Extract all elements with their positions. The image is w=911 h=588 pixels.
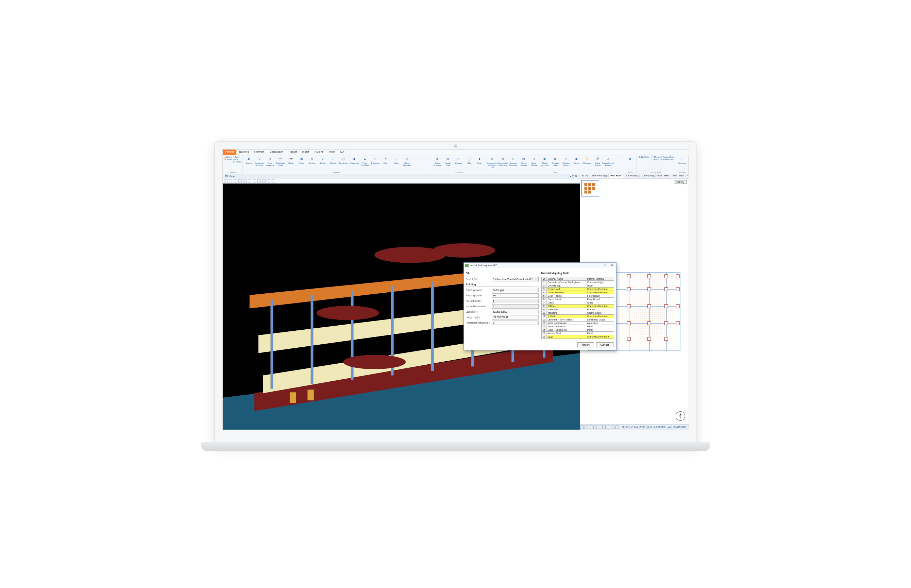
floor-thumbnail[interactable] [581,180,599,197]
menu-project[interactable]: Project [223,150,237,155]
material-row[interactable]: 8IfcDoorConcrete (Medium) [541,305,614,308]
subview-button[interactable]: ◫Subview [677,156,687,164]
ribbon-omni-antenna[interactable]: ◎Omni Antenna [265,156,275,166]
status-icon[interactable] [602,425,606,429]
cable-style[interactable]: Cable Style ▾ [638,156,650,160]
material-row[interactable]: 16Metal - SteelMetal [541,332,614,335]
select-tool[interactable]: ★ Select✋ Hand [224,156,232,163]
status-icon[interactable] [580,425,584,429]
ribbon-riser[interactable]: ▮Riser [475,156,484,166]
ribbon-source[interactable]: ◉Source [244,156,254,166]
ribbon-attenuator[interactable]: ▣Attenuator [350,156,359,166]
vt-btn[interactable] [229,179,232,183]
tab-tof-footing-2[interactable]: TOF Footing [640,174,655,178]
ribbon-measure[interactable]: 📏Measure [582,156,592,168]
copy-cut-paste[interactable]: ⎘ Copy✂ Cut📋 Paste [233,156,241,163]
ribbon-connection-assistant-lite[interactable]: ⚙Connection Assistant Lite [487,156,497,168]
menu-insert[interactable]: Insert [299,150,312,155]
material-row[interactable]: 14Metal - AluminumMetal [541,325,614,328]
vt-btn[interactable] [238,179,242,183]
ribbon-trunk-amplifier[interactable]: ▲Trunk Amplifier [360,156,370,166]
viewport-window-controls[interactable]: ▾ ◻ ✕ [570,174,578,179]
status-icon[interactable] [593,425,597,429]
ribbon-radiating-cable[interactable]: 〰Radiating Cable [276,156,285,166]
select-file-input[interactable] [492,277,532,281]
ribbon-cable[interactable]: ➖Cable [286,156,296,166]
vt-btn[interactable] [224,179,228,183]
status-icon[interactable] [607,425,610,429]
ref-height-input[interactable] [492,320,539,325]
vt-btn[interactable] [262,179,265,183]
ribbon-filter[interactable]: ▦Filter [297,156,306,166]
status-icon[interactable] [598,425,601,429]
status-icon[interactable] [584,425,588,429]
vt-btn[interactable] [257,179,261,183]
mat-header-internal[interactable]: Internal Material [586,277,614,281]
ribbon-match-azimuth[interactable]: ◧Match Azimuth [540,156,550,168]
ribbon-fiber[interactable]: ✦Fiber [381,156,391,166]
tab-b1f1[interactable]: B1_F1 [580,174,590,178]
material-row[interactable]: 6Door - PanelFloor Board [541,298,614,301]
tab-dropdown-icon[interactable]: ▾ [686,174,689,178]
dialog-close-icon[interactable]: ✕ [609,264,615,267]
vt-btn[interactable] [272,179,275,183]
ribbon-coupler[interactable]: ⋔Coupler [307,156,317,166]
ribbon-directional-antenna[interactable]: ▽Directional Antenna [255,156,264,166]
material-row[interactable]: 3Default WallConcrete (Medium) [541,288,614,291]
mirror-flip[interactable]: ▢ Mirror▢ Flip [652,156,659,160]
menu-qa[interactable]: QA [337,150,347,155]
ribbon-bridge[interactable]: ◫Bridge [328,156,338,166]
ribbon-misc[interactable]: ◇Misc [392,156,401,166]
ribbon-terminator[interactable]: ◯Terminator [339,156,349,166]
material-row[interactable]: 10IfcRailingCeiling Board [541,311,614,315]
dialog-titlebar[interactable]: Import Building from IFC □✕ [464,263,616,268]
material-row[interactable]: 12Laminate - Ivory, MatteLaminated Glass [541,318,614,321]
latitude-input[interactable] [492,310,539,314]
ribbon-connection-assistant[interactable]: ⚙Connection Assistant [498,156,507,168]
material-table[interactable]: ◢Material NameInternal Material 1Concret… [541,277,614,339]
material-row[interactable]: 2Counter TopWater [541,284,614,288]
vt-btn[interactable] [248,179,251,183]
building-button[interactable]: Building [674,180,686,184]
status-icon[interactable] [615,425,619,429]
ribbon-system-upgrade[interactable]: ↻System Upgrade [508,156,518,168]
material-row[interactable]: 1Concrete - Cast in Situ LightweConcrete… [541,281,614,284]
ribbon-elevator[interactable]: ▢Elevator [454,156,463,166]
ribbon-arrange-label[interactable]: ▦Arrange Label [550,156,560,168]
cancel-button[interactable]: Cancel [596,342,613,347]
menu-plugins[interactable]: Plugins [312,150,326,155]
vt-btn[interactable] [243,179,246,183]
ribbon-repeater[interactable]: ◻Repeater [371,156,380,166]
ribbon-cable-tray[interactable]: ▥Cable Tray [443,156,453,166]
building-name-input[interactable] [492,288,539,292]
tab-tof-footing[interactable]: TOF Footing [623,174,639,178]
tab-first-floor[interactable]: First Floor [609,174,623,178]
material-row[interactable]: 11IfcWallConcrete (Medium) [541,315,614,318]
menu-view[interactable]: View [326,150,337,155]
align-icons[interactable]: ▦ [625,156,635,162]
browse-button[interactable]: … [534,277,539,281]
rotate-buttons[interactable]: ↻ Rotate Right↺ Rotate Left [660,156,674,160]
ribbon-cable-repeater[interactable]: ⟳Cable Repeater [402,156,412,166]
dialog-maximize-icon[interactable]: □ [603,264,608,267]
tab-roof-main-2[interactable]: Roof - Main [671,174,686,178]
ribbon-silo[interactable]: ◯Silo [464,156,474,166]
material-row[interactable]: 13Metal - AluminiumAluminium [541,321,614,325]
ribbon-cable-device-failure[interactable]: ⚠Cable/Device Failure [603,156,613,168]
ribbon-group[interactable]: ▣Group [572,156,581,168]
menu-report[interactable]: Report [286,150,299,155]
ribbon-splitter[interactable]: ⋎Splitter [318,156,327,166]
menu-building[interactable]: Building [236,150,251,155]
material-row[interactable]: 9IfcMemberRubber [541,308,614,311]
import-button[interactable]: Import [578,342,594,347]
ribbon-cable-attach[interactable]: 🔗Cable Attach [593,156,602,168]
status-icon[interactable] [589,425,592,429]
tab-roof-main[interactable]: Roof - Main [655,174,671,178]
status-icon[interactable] [611,425,615,429]
vt-btn[interactable] [267,179,270,183]
menu-calculation[interactable]: Calculation [267,150,286,155]
material-row[interactable]: 17SashConcrete (Medium) ▾ [541,335,614,339]
building-code-input[interactable] [492,293,539,298]
ribbon-smart-rotate[interactable]: ↺Smart Rotate [529,156,539,168]
longitude-input[interactable] [492,315,539,320]
